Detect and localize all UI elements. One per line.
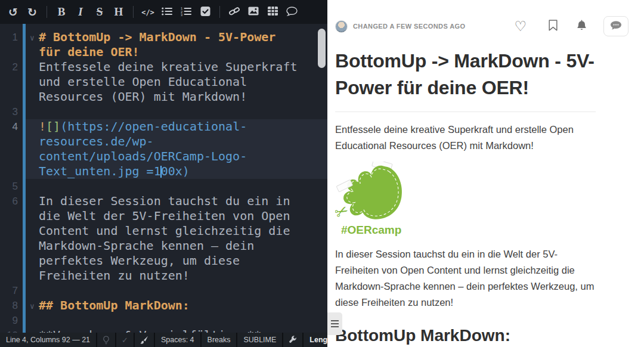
undo-button[interactable]: ↺: [4, 3, 23, 21]
comment-button[interactable]: [282, 3, 301, 21]
line-number: 6: [0, 194, 18, 209]
check-icon[interactable]: ✓: [116, 333, 134, 347]
redo-icon: ↻: [27, 5, 37, 18]
svg-text:3: 3: [181, 13, 182, 16]
wrench-icon[interactable]: [283, 333, 302, 347]
code-token: # BottomUp -> MarkDown - 5V-Power: [39, 30, 275, 44]
bookmark-button[interactable]: [549, 20, 558, 33]
toolbar-group: </>123: [138, 3, 215, 21]
editor-statusbar: Line 4, Columns 92 — 21✓Spaces: 4BreaksS…: [0, 333, 327, 347]
image-button[interactable]: [244, 3, 263, 21]
intro-paragraph: Entfessele deine kreative Superkraft und…: [335, 122, 596, 154]
code-row: In dieser Session tauchst du ein in: [39, 194, 327, 209]
code-row: ## BottomUp MarkDown:: [39, 298, 327, 313]
flame-shape: [343, 166, 402, 219]
code-token: ## BottomUp MarkDown:: [39, 298, 190, 312]
undo-icon: ↺: [8, 5, 18, 18]
redo-button[interactable]: ↻: [23, 3, 42, 21]
spaces-setting[interactable]: Spaces: 4: [155, 333, 200, 347]
title-divider: [335, 111, 596, 112]
table-button[interactable]: [263, 3, 282, 21]
code-line-7[interactable]: 7: [0, 283, 327, 298]
code-line-6[interactable]: 6In dieser Session tauchst du ein indie …: [0, 194, 327, 283]
task-list-button[interactable]: [196, 3, 215, 21]
linebreaks-setting[interactable]: Breaks: [202, 333, 237, 347]
heart-icon: ♡: [514, 18, 527, 34]
toolbar-group: ↺↻: [4, 3, 42, 21]
notifications-button[interactable]: [576, 20, 587, 33]
editor-toolbar: ↺↻BISH</>123: [0, 0, 327, 24]
code-editor[interactable]: 1∨# BottomUp -> MarkDown - 5V-Powerfür d…: [0, 24, 327, 333]
code-line-2[interactable]: 2Entfessele deine kreative Superkraftund…: [0, 60, 327, 104]
code-token: Resources (OER) mit Markdown!: [39, 89, 247, 104]
fold-chevron-icon[interactable]: ∨: [27, 299, 38, 314]
feedback-button[interactable]: [603, 16, 628, 36]
code-token: resources.de/wp-: [39, 134, 154, 148]
like-button[interactable]: ♡: [514, 20, 527, 33]
strikethrough-button[interactable]: S: [90, 3, 109, 21]
line-number: 5: [0, 179, 18, 194]
code-content[interactable]: 1∨# BottomUp -> MarkDown - 5V-Powerfür d…: [0, 30, 327, 333]
avatar[interactable]: [335, 20, 348, 33]
strikethrough-icon: S: [97, 5, 103, 18]
toolbar-separator: [47, 6, 47, 18]
code-line-3[interactable]: 3: [0, 104, 327, 119]
bold-button[interactable]: B: [52, 3, 71, 21]
code-line-4[interactable]: 4![](https://open-educational-resources.…: [0, 119, 327, 179]
code-token: 00x): [161, 164, 190, 178]
code-line-10[interactable]: 10**Verwahren & Vervielfältigen**: [0, 328, 327, 333]
code-row: # BottomUp -> MarkDown - 5V-Power: [39, 30, 327, 45]
logo-caption: #OERcamp: [341, 224, 596, 237]
line-number: 4: [0, 119, 18, 134]
code-token: Entfessele deine kreative Superkraft: [39, 60, 297, 74]
code-token: Freiheiten zu nutzen!: [39, 268, 190, 283]
code-line-5[interactable]: 5: [0, 179, 327, 194]
cursor-position[interactable]: Line 4, Columns 92 — 21: [0, 333, 96, 347]
code-row: [39, 179, 327, 194]
code-token: In dieser Session tauchst du ein in: [39, 194, 290, 208]
toc-toggle-button[interactable]: [327, 312, 342, 335]
line-number: 2: [0, 60, 18, 75]
code-button[interactable]: </>: [138, 3, 157, 21]
code-icon: </>: [141, 8, 154, 17]
task-list-icon: [200, 7, 210, 18]
keymap-setting[interactable]: SUBLIME: [237, 333, 282, 347]
preview-header: CHANGED A FEW SECONDS AGO ♡: [327, 0, 644, 36]
code-token: die Welt der 5V-Freiheiten von Open: [39, 209, 290, 223]
bold-icon: B: [58, 5, 66, 18]
code-token: (https://open-educational-: [60, 119, 247, 134]
code-row: Freiheiten zu nutzen!: [39, 268, 327, 283]
italic-button[interactable]: I: [71, 3, 90, 21]
code-row: und erstelle Open Educational: [39, 75, 327, 89]
bell-icon: [576, 20, 587, 33]
link-button[interactable]: [225, 3, 244, 21]
ordered-list-button[interactable]: 123: [177, 3, 196, 21]
brush-icon[interactable]: [135, 333, 154, 347]
code-row: Entfessele deine kreative Superkraft: [39, 60, 327, 75]
code-line-9[interactable]: 9: [0, 313, 327, 328]
doc-length[interactable]: Length 2644: [304, 333, 327, 347]
code-row: **Verwahren & Vervielfältigen**: [39, 328, 327, 333]
preview-document: BottomUp -> MarkDown - 5V-Power für dein…: [327, 48, 596, 347]
line-number: 7: [0, 283, 18, 298]
comment-bubble-icon: [610, 21, 622, 32]
line-number: 9: [0, 313, 18, 328]
code-token: perfektes Werkzeug, um diese: [39, 253, 240, 268]
code-line-8[interactable]: 8∨## BottomUp MarkDown:: [0, 298, 327, 313]
line-number: 10: [0, 328, 18, 333]
unordered-list-button[interactable]: [157, 3, 177, 21]
code-row: Markdown-Sprache kennen – dein: [39, 238, 327, 253]
section-subheading: BottomUp MarkDown:: [335, 326, 596, 347]
heading-button[interactable]: H: [109, 3, 128, 21]
session-paragraph: In dieser Session tauchst du ein in die …: [335, 246, 596, 311]
code-line-1[interactable]: 1∨# BottomUp -> MarkDown - 5V-Powerfür d…: [0, 30, 327, 60]
code-token: Content und lernst gleichzeitig die: [39, 224, 290, 238]
code-token: **Verwahren & Vervielfältigen**: [39, 328, 261, 333]
code-row: für deine OER!: [39, 45, 327, 60]
fold-chevron-icon[interactable]: ∨: [27, 30, 38, 45]
lightbulb-icon[interactable]: [97, 333, 115, 347]
editor-scrollbar-thumb[interactable]: [318, 29, 326, 68]
oercamp-logo: ✂ #OERcamp: [335, 162, 596, 237]
code-row: Content und lernst gleichzeitig die: [39, 224, 327, 238]
code-token: !: [39, 119, 46, 134]
